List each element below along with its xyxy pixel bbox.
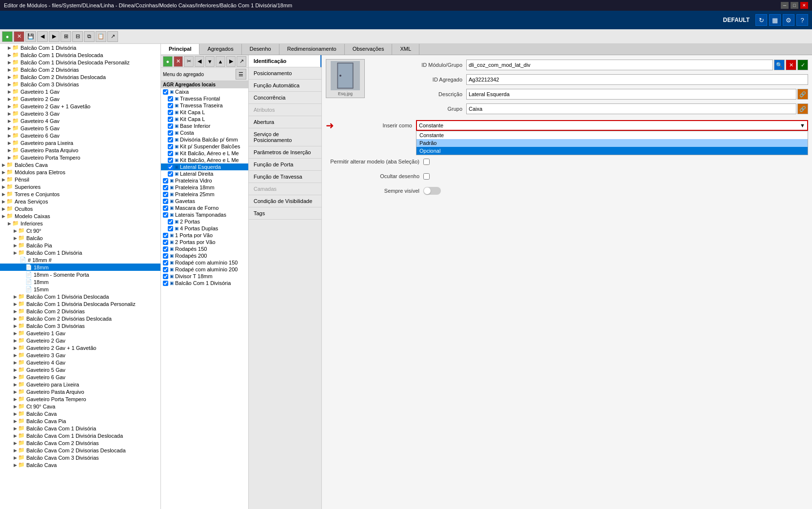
left-tree-item[interactable]: ▶📁Gaveteiro para Lixeira — [0, 139, 160, 146]
side-nav-item[interactable]: Abertura — [249, 116, 321, 128]
grupo-link-button[interactable]: 🔗 — [797, 103, 808, 114]
agr-tree-item[interactable]: ▣Rodapé com alumínio 150 — [161, 259, 248, 266]
agr-tree-item[interactable]: ▣Costa — [161, 129, 248, 136]
left-tree-item[interactable]: ▶📁Balcão Com 2 Divisórias Deslocada — [0, 73, 160, 81]
side-nav-item[interactable]: Concorrência — [249, 92, 321, 104]
agr-tree-item[interactable]: ▣Base Inferior — [161, 122, 248, 129]
agr-tree-item[interactable]: ▣Prateleira Vidro — [161, 177, 248, 184]
agr-tree-item[interactable]: ▣Prateleira 18mm — [161, 184, 248, 191]
paste-button[interactable]: 📋 — [96, 31, 106, 42]
agr-tree-item[interactable]: ▣Balcão Com 1 Divisória — [161, 280, 248, 286]
left-tree-item[interactable]: ▶📁Balcão — [0, 234, 160, 242]
agr-item-checkbox[interactable] — [168, 164, 173, 170]
left-tree-item[interactable]: ▶📁Balcão Cava Com 2 Divisórias — [0, 439, 160, 447]
arrow-left-button[interactable]: ◀ — [37, 31, 48, 42]
left-tree-item[interactable]: ▶📁Balcão Cava — [0, 461, 160, 468]
agr-tree-item[interactable]: ▣Kit Balcão, Aéreo e L Me — [161, 157, 248, 163]
left-tree-item[interactable]: ▶📁Gaveteiro 6 Gav — [0, 373, 160, 381]
left-tree-item[interactable]: ▶📁Balcão Com 1 Divisória Deslocada — [0, 51, 160, 59]
agr-btn4[interactable]: ◀ — [195, 56, 204, 67]
left-tree-item[interactable]: 📄15mm — [0, 285, 160, 293]
agr-item-checkbox[interactable] — [163, 240, 168, 245]
left-tree-item[interactable]: ▶📁Balcão Com 2 Divisórias Deslocada — [0, 315, 160, 322]
id-modulo-ok-button[interactable]: ✓ — [797, 60, 808, 70]
menu-agregado-button[interactable]: ☰ — [236, 69, 246, 80]
left-tree-item[interactable]: 📄18mm - Somente Porta — [0, 271, 160, 278]
agr-btn6[interactable]: ▲ — [216, 56, 225, 67]
agr-item-checkbox[interactable] — [168, 219, 173, 224]
left-tree-item[interactable]: ▶📁Balcões Cava — [0, 161, 160, 168]
delete-button[interactable]: ✕ — [14, 31, 24, 42]
agr-item-checkbox[interactable] — [168, 123, 173, 129]
agr-delete-button[interactable]: ✕ — [174, 56, 183, 67]
agr-item-checkbox[interactable] — [168, 117, 173, 122]
agr-tree-item[interactable]: ▣4 Portas Duplas — [161, 225, 248, 232]
copy-button[interactable]: ⧉ — [84, 31, 95, 42]
side-nav-item[interactable]: Posicionamento — [249, 67, 321, 80]
add-button[interactable]: ● — [2, 31, 13, 42]
agr-tree-item[interactable]: ▣Rodapés 150 — [161, 245, 248, 252]
id-modulo-input[interactable] — [466, 60, 773, 70]
left-tree-item[interactable]: ▶📁Pênsil — [0, 176, 160, 183]
left-tree-item[interactable]: ▶📁Gaveteiro 4 Gav — [0, 117, 160, 124]
agr-tree-item[interactable]: ▣Lateral Direita — [161, 170, 248, 177]
side-nav-item[interactable]: Condição de Visibilidade — [249, 195, 321, 207]
agr-item-checkbox[interactable] — [168, 151, 173, 156]
left-tree-item[interactable]: ▶📁Modelo Caixas — [0, 212, 160, 220]
agr-tree-item[interactable]: ▣Rodapés 200 — [161, 252, 248, 259]
left-tree-item[interactable]: ▶📁Torres e Conjuntos — [0, 190, 160, 198]
left-tree-item[interactable]: ▶📁Balcão Com 1 Divisória — [0, 44, 160, 51]
inserir-como-dropdown[interactable]: Constante ▼ Constante Padrão Opcional — [416, 120, 808, 131]
agr-tree-item[interactable]: ▣Rodapé com alumínio 200 — [161, 266, 248, 273]
left-tree-item[interactable]: ▶📁Balcão Com 1 Divisória Deslocada Perso… — [0, 300, 160, 307]
agr-item-checkbox[interactable] — [163, 267, 168, 272]
left-tree-item[interactable]: ▶📁Balcão Com 1 Divisória — [0, 249, 160, 256]
collapse-button[interactable]: ⊟ — [72, 31, 83, 42]
left-tree-item[interactable]: ▶📁Gaveteiro 4 Gav — [0, 359, 160, 366]
save-button[interactable]: 💾 — [25, 31, 36, 42]
left-tree-item[interactable]: ▶📁Ct 90° Cava — [0, 403, 160, 410]
agr-btn7[interactable]: ▶ — [226, 56, 236, 67]
agr-tree-item[interactable]: ▣Lateral Esquerda — [161, 163, 248, 170]
agr-item-checkbox[interactable] — [168, 158, 173, 163]
agr-item-checkbox[interactable] — [163, 192, 168, 197]
agr-tree-item[interactable]: ▣Kit Balcão, Aéreo e L Me — [161, 150, 248, 157]
left-tree-item[interactable]: ▶📁Balcão Com 1 Divisória Deslocada — [0, 293, 160, 300]
expand-button[interactable]: ⊞ — [60, 31, 71, 42]
left-tree-item[interactable]: ▶📁Area Serviços — [0, 198, 160, 205]
left-tree-item[interactable]: ▶📁Gaveteiro 2 Gav + 1 Gavetão — [0, 102, 160, 110]
left-tree-item[interactable]: ▶📁Inferiores — [0, 220, 160, 227]
agr-item-checkbox[interactable] — [168, 96, 173, 102]
option-opcional[interactable]: Opcional — [416, 147, 808, 155]
permitir-alterar-checkbox[interactable] — [423, 159, 430, 165]
side-nav-item[interactable]: Tags — [249, 207, 321, 220]
tab-principal[interactable]: Principal — [161, 44, 199, 55]
agr-item-checkbox[interactable] — [163, 199, 168, 204]
tab-redimensionamento[interactable]: Redimensionamento — [279, 44, 345, 55]
agr-item-checkbox[interactable] — [163, 185, 168, 190]
left-tree-item[interactable]: ▶📁Gaveteiro 2 Gav — [0, 95, 160, 102]
side-nav-item[interactable]: Identificação — [249, 55, 321, 67]
tab-xml[interactable]: XML — [392, 44, 419, 55]
minimize-button[interactable]: ─ — [781, 2, 789, 9]
left-tree-item[interactable]: ▶📁Ocultos — [0, 205, 160, 212]
left-tree-item[interactable]: ▶📁Gaveteiro 5 Gav — [0, 366, 160, 373]
left-tree-item[interactable]: 📄# 18mm # — [0, 256, 160, 264]
left-tree-item[interactable]: ▶📁Balcão Com 2 Divisórias — [0, 307, 160, 315]
agr-item-checkbox[interactable] — [163, 212, 168, 218]
agr-item-checkbox[interactable] — [168, 137, 173, 143]
ocultar-desenho-checkbox[interactable] — [423, 173, 430, 180]
left-tree-item[interactable]: ▶📁Balcão Cava Com 1 Divisória — [0, 425, 160, 432]
left-tree-item[interactable]: ▶📁Gaveteiro 3 Gav — [0, 351, 160, 359]
agr-tree-item[interactable]: ▣2 Portas por Vão — [161, 239, 248, 245]
window-controls[interactable]: ─ □ ✕ — [781, 2, 808, 9]
left-tree-item[interactable]: ▶📁Gaveteiro para Lixeira — [0, 381, 160, 388]
left-tree-item[interactable]: ▶📁Balcão Cava Com 3 Divisórias — [0, 454, 160, 461]
agr-item-checkbox[interactable] — [163, 253, 168, 259]
id-agregado-input[interactable] — [466, 74, 808, 85]
agr-item-checkbox[interactable] — [163, 281, 168, 286]
descricao-link-button[interactable]: 🔗 — [797, 89, 808, 100]
left-tree-item[interactable]: ▶📁Balcão Com 1 Divisória Deslocada Perso… — [0, 59, 160, 66]
left-tree-item[interactable]: ▶📁Balcão Cava — [0, 410, 160, 417]
left-tree-item[interactable]: ▶📁Balcão Cava Com 1 Divisória Deslocada — [0, 432, 160, 439]
